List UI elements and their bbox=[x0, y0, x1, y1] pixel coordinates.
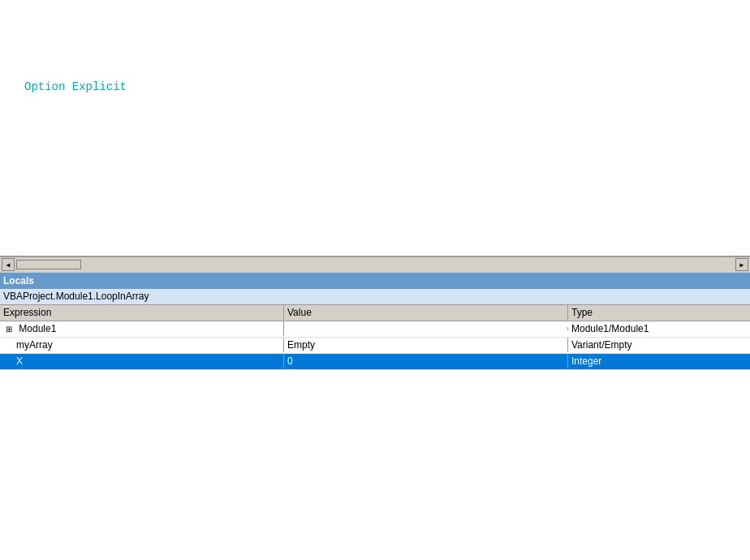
locals-title: Locals bbox=[3, 275, 34, 286]
code-line-blank-1 bbox=[24, 171, 744, 190]
scroll-right-button[interactable]: ▶ bbox=[735, 258, 748, 271]
locals-table[interactable]: Expression Value Type ⊞ Module1 Module1/… bbox=[0, 305, 750, 561]
col-header-type: Type bbox=[568, 305, 750, 320]
context-path: VBAProject.Module1.LoopInArray bbox=[3, 291, 149, 302]
x-expression: X bbox=[0, 354, 284, 368]
scroll-left-button[interactable]: ◀ bbox=[2, 258, 15, 271]
code-editor[interactable]: Option Explicit ► Sub LoopInArray() Dim … bbox=[0, 0, 750, 256]
expand-icon: ⊞ bbox=[3, 323, 15, 334]
x-value: 0 bbox=[284, 354, 568, 368]
code-content: Option Explicit ► Sub LoopInArray() Dim … bbox=[0, 0, 750, 256]
col-header-value: Value bbox=[284, 305, 568, 320]
module1-value bbox=[284, 327, 568, 330]
table-row-module1[interactable]: ⊞ Module1 Module1/Module1 bbox=[0, 321, 750, 338]
table-row-myarray[interactable]: myArray Empty Variant/Empty bbox=[0, 338, 750, 354]
scroll-track[interactable] bbox=[16, 260, 734, 269]
scroll-thumb[interactable] bbox=[16, 260, 81, 269]
table-header: Expression Value Type bbox=[0, 305, 750, 321]
table-row-x[interactable]: X 0 Integer bbox=[0, 354, 750, 370]
col-header-expression: Expression bbox=[0, 305, 284, 320]
module1-label: Module1 bbox=[19, 323, 56, 334]
myarray-value: Empty bbox=[284, 338, 568, 352]
module1-expression: ⊞ Module1 bbox=[0, 321, 284, 337]
option-explicit: Option Explicit bbox=[24, 78, 127, 97]
myarray-type: Variant/Empty bbox=[568, 338, 750, 352]
code-line-1: Option Explicit bbox=[24, 78, 744, 97]
locals-panel-header: Locals bbox=[0, 273, 750, 289]
x-type: Integer bbox=[568, 354, 750, 368]
horizontal-scrollbar[interactable]: ◀ ▶ bbox=[0, 256, 750, 273]
module1-type: Module1/Module1 bbox=[568, 321, 750, 336]
context-bar: VBAProject.Module1.LoopInArray bbox=[0, 289, 750, 305]
myarray-expression: myArray bbox=[0, 338, 284, 352]
